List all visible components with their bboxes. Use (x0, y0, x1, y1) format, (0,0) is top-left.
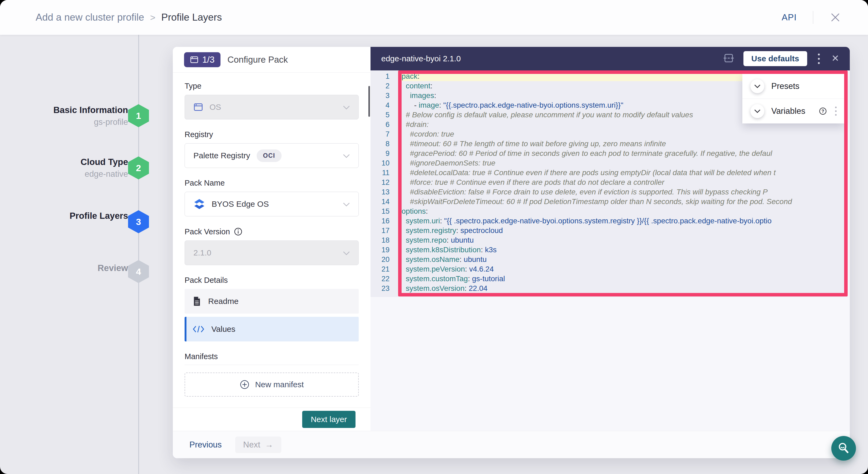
type-select[interactable]: OS (185, 95, 359, 120)
previous-button[interactable]: Previous (188, 440, 223, 450)
step-number: 1 (136, 110, 141, 121)
presets-label: Presets (771, 82, 799, 91)
step-badge-4[interactable]: 4 (128, 260, 149, 283)
line-number: 3 (371, 91, 390, 100)
header-divider (813, 11, 813, 24)
step-profile-layers[interactable]: Profile Layers (70, 210, 128, 222)
next-layer-button[interactable]: Next layer (302, 411, 355, 428)
chevron-down-icon (343, 102, 350, 112)
line-number: 21 (371, 264, 390, 274)
step-badge-1[interactable]: 1 (128, 104, 149, 127)
registry-label: Registry (185, 130, 359, 139)
line-number: 19 (371, 245, 390, 255)
configure-pack-form: Type OS Registry Palette Registry OCI Pa… (173, 72, 371, 408)
search-icon (837, 441, 850, 455)
code-line[interactable]: #disableEviction: false # Force drain to… (402, 187, 848, 197)
variables-section[interactable]: Variables ? (742, 99, 844, 123)
code-line[interactable]: #timeout: 60 # The length of time to wai… (402, 139, 848, 149)
editor-menu-icon[interactable] (816, 52, 822, 66)
expand-sections-icon[interactable] (723, 53, 734, 65)
code-line[interactable]: #skipWaitForDeleteTimeout: 60 # If pod D… (402, 197, 848, 207)
chevron-down-icon (343, 199, 350, 209)
manifests-label: Manifests (185, 352, 359, 361)
pack-version-select[interactable]: 2.1.0 (185, 241, 359, 265)
breadcrumb-separator: > (150, 12, 155, 23)
line-number: 14 (371, 197, 390, 207)
step-sublabel: edge-native (81, 168, 128, 180)
step-number: 3 (136, 217, 141, 227)
line-number: 18 (371, 235, 390, 245)
readme-tab[interactable]: Readme (185, 289, 359, 314)
code-line[interactable]: system.osName: ubuntu (402, 255, 848, 264)
step-badge-2[interactable]: 2 (128, 156, 149, 180)
step-basic-information[interactable]: Basic Information gs-profile (53, 104, 128, 128)
code-icon (193, 325, 205, 333)
values-tab[interactable]: Values (185, 317, 359, 342)
code-line[interactable]: #deleteLocalData: true # Continue even i… (402, 168, 848, 178)
editor-body: 1234567891011121314151617181920212223 pa… (371, 70, 850, 431)
chevron-down-icon[interactable] (750, 79, 764, 93)
type-label: Type (185, 82, 359, 91)
registry-select[interactable]: Palette Registry OCI (185, 143, 359, 168)
line-number: 22 (371, 274, 390, 284)
chevron-down-icon (343, 248, 350, 257)
code-line[interactable]: #cordon: true (402, 129, 848, 139)
step-number: 4 (136, 266, 141, 277)
panel-scrollbar[interactable] (368, 86, 370, 117)
api-link[interactable]: API (782, 12, 797, 23)
next-button[interactable]: Next → (235, 437, 282, 453)
step-review[interactable]: Review (97, 262, 128, 274)
step-number: 2 (136, 163, 141, 173)
code-line[interactable]: options: (402, 207, 848, 216)
line-number: 10 (371, 158, 390, 168)
document-icon (193, 296, 201, 306)
code-line[interactable]: system.repo: ubuntu (402, 235, 848, 245)
presets-section[interactable]: Presets (742, 74, 844, 99)
variables-menu-icon[interactable] (834, 105, 838, 117)
line-number: 12 (371, 178, 390, 187)
window-icon (190, 56, 198, 64)
help-icon[interactable]: ? (819, 106, 827, 116)
values-label: Values (211, 324, 236, 334)
code-line[interactable]: system.k8sDistribution: k3s (402, 245, 848, 255)
code-line[interactable]: system.osVersion: 22.04 (402, 284, 848, 293)
byos-pack-logo-icon (193, 198, 205, 210)
pack-name-value: BYOS Edge OS (212, 199, 269, 209)
configure-pack-header: 1/3 Configure Pack (173, 47, 371, 72)
breadcrumb-parent: Add a new cluster profile (36, 12, 144, 23)
use-defaults-button[interactable]: Use defaults (743, 51, 807, 66)
pack-name-label: Pack Name (185, 179, 359, 187)
editor-close-icon[interactable] (831, 53, 840, 64)
line-number: 16 (371, 216, 390, 226)
stepper-line (138, 35, 139, 474)
wizard-stepper: Basic Information gs-profile 1 Cloud Typ… (0, 35, 173, 474)
configure-pack-panel: 1/3 Configure Pack Type OS Registry Pale… (173, 47, 371, 431)
close-icon[interactable] (830, 11, 841, 23)
code-line[interactable]: #ignoreDaemonSets: true (402, 158, 848, 168)
search-fab-button[interactable] (831, 436, 856, 461)
code-line[interactable]: #gracePeriod: 60 # Period of time in sec… (402, 149, 848, 158)
plus-circle-icon (240, 379, 250, 390)
code-line[interactable]: system.peVersion: v4.6.24 (402, 264, 848, 274)
line-number: 4 (371, 100, 390, 110)
code-line[interactable]: system.registry: spectrocloud (402, 226, 848, 235)
pack-details-label: Pack Details (185, 276, 359, 285)
new-manifest-button[interactable]: New manifest (185, 373, 359, 397)
step-cloud-type[interactable]: Cloud Type edge-native (81, 156, 128, 180)
line-number: 7 (371, 129, 390, 139)
chevron-down-icon[interactable] (750, 104, 764, 118)
line-number: 8 (371, 139, 390, 149)
code-line[interactable]: system.uri: "{{ .spectro.pack.edge-nativ… (402, 216, 848, 226)
arrow-right-icon: → (265, 440, 273, 450)
step-sublabel: gs-profile (53, 116, 128, 128)
code-line[interactable]: system.customTag: gs-tutorial (402, 274, 848, 284)
pack-version-label-text: Pack Version (185, 227, 230, 236)
line-number: 6 (371, 120, 390, 129)
step-label: Basic Information (53, 104, 128, 116)
next-button-label: Next (243, 440, 260, 450)
pack-name-select[interactable]: BYOS Edge OS (185, 192, 359, 216)
top-bar: Add a new cluster profile > Profile Laye… (0, 0, 868, 35)
step-label: Review (97, 262, 128, 274)
code-line[interactable]: #force: true # Continue even if there ar… (402, 178, 848, 187)
step-badge-3[interactable]: 3 (128, 210, 149, 233)
